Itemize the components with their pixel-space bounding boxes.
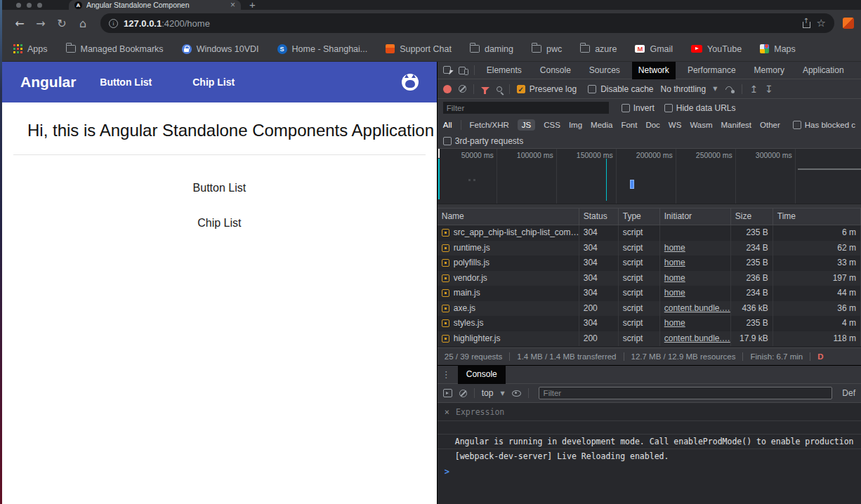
browser-tab[interactable]: A Angular Standalone Componen × [69, 0, 241, 10]
back-button[interactable]: ← [9, 17, 30, 30]
initiator-link[interactable]: home [664, 243, 685, 253]
live-expression-row[interactable]: × Expression [438, 403, 861, 421]
link-chip-list[interactable]: Chip List [2, 217, 437, 230]
preserve-log-checkbox[interactable]: ✓ [517, 85, 525, 93]
table-row[interactable]: runtime.js 304 script home 234 B 62 m [438, 241, 861, 256]
site-info-icon[interactable]: i [109, 19, 118, 28]
drawer-tab-console[interactable]: Console [458, 365, 506, 384]
bookmark-folder-daming[interactable]: daming [470, 44, 513, 54]
tab-memory[interactable]: Memory [748, 62, 791, 79]
bookmark-support-chat[interactable]: Support Chat [386, 44, 452, 54]
chip-doc[interactable]: Doc [645, 121, 659, 129]
clear-console-icon[interactable] [459, 390, 467, 397]
tab-application[interactable]: Application [796, 62, 850, 79]
bookmark-managed-bookmarks[interactable]: Managed Bookmarks [66, 44, 164, 54]
inspect-element-icon[interactable] [443, 66, 453, 75]
bookmark-youtube[interactable]: YouTube [691, 44, 742, 54]
bookmark-home-shanghai[interactable]: S Home - Shanghai... [277, 44, 368, 54]
extension-icon[interactable] [843, 18, 854, 29]
console-filter-input[interactable] [539, 387, 833, 399]
col-time[interactable]: Time [773, 208, 861, 225]
share-icon[interactable]: ↑ [803, 18, 811, 28]
network-conditions-icon[interactable] [724, 85, 735, 93]
bookmark-star-icon[interactable]: ☆ [817, 17, 826, 29]
blocked-cookies-checkbox[interactable] [793, 121, 801, 129]
initiator-link[interactable]: content.bundle.… [664, 303, 730, 313]
search-icon[interactable] [497, 86, 502, 92]
link-button-list[interactable]: Button List [2, 182, 437, 194]
record-button[interactable] [443, 85, 452, 93]
hide-data-urls-checkbox[interactable] [664, 104, 673, 112]
initiator-link[interactable]: home [664, 318, 685, 328]
table-row[interactable]: axe.js 200 script content.bundle.… 436 k… [438, 301, 861, 317]
table-row[interactable]: highlighter.js 200 script content.bundle… [438, 331, 861, 347]
export-har-icon[interactable]: ↧ [765, 84, 773, 95]
chip-all[interactable]: All [443, 121, 452, 129]
initiator-link[interactable]: home [664, 273, 685, 283]
execution-context-select[interactable]: top [482, 388, 494, 398]
col-type[interactable]: Type [619, 208, 660, 225]
col-status[interactable]: Status [579, 208, 619, 225]
nav-button-list[interactable]: Button List [100, 77, 152, 88]
third-party-checkbox[interactable] [443, 137, 452, 145]
col-initiator[interactable]: Initiator [660, 208, 731, 225]
tab-console[interactable]: Console [534, 62, 577, 79]
table-row[interactable]: styles.js 304 script home 235 B 4 m [438, 316, 861, 331]
import-har-icon[interactable]: ↥ [749, 84, 758, 95]
chip-fetch-xhr[interactable]: Fetch/XHR [470, 121, 509, 129]
col-size[interactable]: Size [731, 208, 773, 225]
chip-css[interactable]: CSS [544, 121, 560, 129]
reload-button[interactable]: ↻ [51, 17, 72, 30]
home-button[interactable]: ⌂ [72, 17, 93, 30]
chip-img[interactable]: Img [569, 121, 582, 129]
device-toolbar-icon[interactable] [459, 66, 468, 75]
clear-network-log-icon[interactable] [459, 85, 466, 93]
bookmark-gmail[interactable]: M Gmail [635, 44, 673, 54]
tab-close-icon[interactable]: × [230, 1, 235, 9]
new-tab-button[interactable]: + [249, 0, 256, 11]
chip-font[interactable]: Font [621, 121, 637, 129]
bookmark-folder-azure[interactable]: azure [580, 44, 617, 54]
tab-performance[interactable]: Performance [681, 62, 742, 79]
table-row[interactable]: main.js 304 script home 234 B 44 m [438, 286, 861, 301]
disable-cache-checkbox[interactable] [588, 85, 596, 93]
initiator-link[interactable]: home [664, 258, 685, 267]
table-row[interactable]: src_app_chip-list_chip-list_com… 304 scr… [438, 225, 861, 241]
bookmark-maps[interactable]: Maps [760, 44, 796, 54]
initiator-link[interactable]: content.bundle.… [664, 333, 730, 343]
bookmark-windows-10vdi[interactable]: Windows 10VDI [182, 44, 259, 54]
live-expression-icon[interactable] [512, 390, 521, 397]
chip-js[interactable]: JS [518, 119, 535, 131]
window-controls[interactable] [16, 3, 42, 8]
close-icon[interactable]: × [445, 407, 449, 417]
table-row[interactable]: vendor.js 304 script home 236 B 197 m [438, 271, 861, 286]
network-overview-timeline[interactable]: 50000 ms 100000 ms 150000 ms 200000 ms 2… [438, 149, 861, 208]
filter-icon[interactable] [481, 87, 489, 91]
address-bar[interactable]: i 127.0.0.1:4200/home ↑ ☆ [100, 13, 834, 33]
network-filter-input[interactable] [443, 102, 609, 114]
drawer-menu-icon[interactable]: ⋮ [442, 369, 451, 380]
tab-sources[interactable]: Sources [583, 62, 626, 79]
invert-checkbox[interactable] [622, 104, 630, 112]
chip-manifest[interactable]: Manifest [721, 121, 751, 129]
github-icon[interactable] [402, 74, 419, 91]
log-levels-select[interactable]: Def [842, 388, 855, 398]
tab-network[interactable]: Network [632, 62, 676, 79]
bookmark-apps[interactable]: Apps [13, 44, 48, 54]
tab-elements[interactable]: Elements [480, 62, 528, 79]
minimize-window-button[interactable] [27, 3, 32, 8]
chip-media[interactable]: Media [591, 121, 612, 129]
col-name[interactable]: Name [438, 208, 579, 225]
console-prompt[interactable]: > [438, 463, 861, 477]
bookmark-folder-pwc[interactable]: pwc [532, 44, 562, 54]
zoom-window-button[interactable] [37, 3, 42, 8]
table-row[interactable]: polyfills.js 304 script home 235 B 33 m [438, 256, 861, 271]
console-sidebar-icon[interactable] [443, 389, 452, 397]
close-window-button[interactable] [16, 3, 21, 8]
nav-chip-list[interactable]: Chip List [192, 77, 235, 88]
chip-other[interactable]: Other [760, 121, 780, 129]
chip-wasm[interactable]: Wasm [690, 121, 712, 129]
forward-button[interactable]: → [30, 17, 51, 30]
chip-ws[interactable]: WS [669, 121, 682, 129]
initiator-link[interactable]: home [664, 288, 685, 298]
